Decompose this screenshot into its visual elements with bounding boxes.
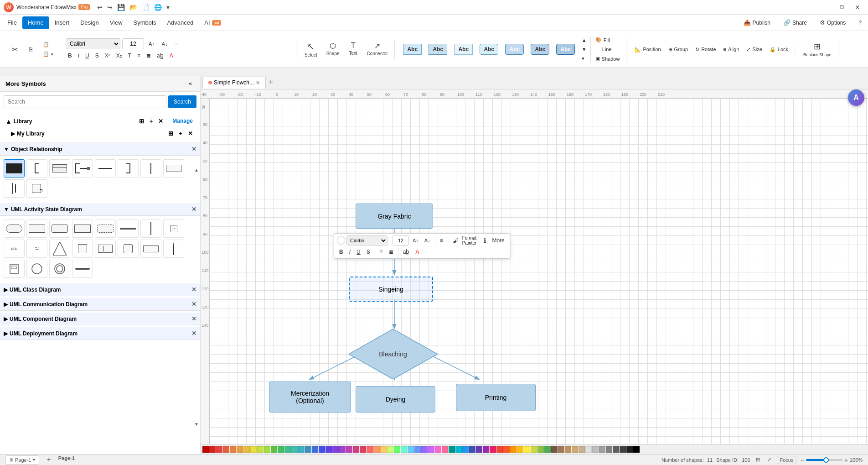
color-swatch[interactable]: [230, 446, 236, 453]
uml-component-header[interactable]: ▶ UML Component Diagram ✕: [0, 313, 200, 325]
menu-ai[interactable]: AI hot: [199, 16, 227, 29]
or-sym-7[interactable]: [140, 159, 161, 178]
color-swatch[interactable]: [428, 446, 434, 453]
float-font-color[interactable]: A: [413, 247, 421, 256]
options-button[interactable]: ⚙ Options: [815, 17, 850, 28]
color-swatch[interactable]: [442, 446, 448, 453]
or-sym-9[interactable]: [4, 179, 25, 198]
style-shape-7[interactable]: Abc: [554, 41, 577, 57]
add-tab-button[interactable]: +: [267, 78, 275, 87]
panel-collapse-button[interactable]: «: [186, 79, 195, 88]
uml-5[interactable]: [95, 219, 116, 238]
color-swatch[interactable]: [367, 446, 373, 453]
shape-button[interactable]: ⬡ Shape: [324, 40, 342, 58]
menu-view[interactable]: View: [104, 16, 128, 29]
color-swatch[interactable]: [332, 446, 339, 453]
my-lib-close-btn[interactable]: ✕: [186, 129, 195, 138]
line-button[interactable]: — Line: [593, 45, 623, 53]
my-lib-grid-btn[interactable]: ⊞: [166, 129, 175, 138]
node-dyeing[interactable]: Dyeing: [356, 386, 435, 413]
style-shape-5[interactable]: Abc: [503, 41, 526, 57]
color-swatch[interactable]: [421, 446, 428, 453]
color-swatch[interactable]: [592, 446, 599, 453]
align-button[interactable]: ≡: [172, 40, 181, 48]
library-grid-btn[interactable]: ⊞: [137, 117, 146, 125]
help-button[interactable]: ?: [854, 18, 866, 28]
uml-17[interactable]: [4, 260, 25, 278]
style-shape-1[interactable]: Abc: [401, 41, 424, 57]
redo-button[interactable]: ↪: [105, 3, 114, 12]
color-swatch[interactable]: [503, 446, 510, 453]
text-button[interactable]: T Text: [346, 40, 361, 57]
color-swatch[interactable]: [613, 446, 619, 453]
color-swatch[interactable]: [449, 446, 455, 453]
styles-more-down[interactable]: ▼: [579, 45, 589, 53]
node-mercerization[interactable]: Mercerization (Optional): [269, 381, 351, 413]
node-gray-fabric[interactable]: Gray Fabric: [356, 204, 433, 229]
float-info[interactable]: ℹ: [481, 235, 488, 246]
zoom-slider[interactable]: [806, 459, 842, 461]
or-sym-1[interactable]: [4, 159, 25, 178]
uml-communication-close[interactable]: ✕: [191, 301, 196, 308]
uml-activity-header[interactable]: ▼ UML Activity State Diagram ✕: [0, 203, 200, 216]
connector-button[interactable]: ↗ Connector: [364, 40, 391, 58]
color-swatch[interactable]: [408, 446, 414, 453]
focus-button[interactable]: Focus: [777, 456, 797, 464]
library-close-btn[interactable]: ✕: [156, 117, 165, 125]
color-swatch[interactable]: [216, 446, 222, 453]
color-swatch[interactable]: [626, 446, 633, 453]
uml-10[interactable]: ≈: [26, 240, 47, 258]
lock-button[interactable]: 🔒 Lock: [767, 45, 791, 54]
or-sym-10[interactable]: [26, 179, 47, 198]
minimize-button[interactable]: —: [820, 2, 833, 13]
float-bold[interactable]: B: [337, 247, 346, 256]
uml-component-close[interactable]: ✕: [191, 315, 196, 322]
fill-button[interactable]: 🎨 Fill: [593, 36, 623, 44]
menu-symbols[interactable]: Symbols: [128, 16, 162, 29]
highlight-button[interactable]: ab̲: [155, 51, 166, 60]
more-title-button[interactable]: ▾: [165, 3, 171, 12]
color-swatch[interactable]: [476, 446, 482, 453]
color-swatch[interactable]: [346, 446, 352, 453]
uml-19[interactable]: [49, 260, 70, 278]
uml-16[interactable]: [163, 240, 184, 258]
position-button[interactable]: 📐 Position: [632, 45, 663, 54]
color-swatch[interactable]: [353, 446, 359, 453]
float-size-input[interactable]: [393, 235, 409, 246]
italic-button[interactable]: I: [76, 51, 82, 60]
maximize-button[interactable]: ⧉: [835, 2, 849, 13]
color-swatch[interactable]: [517, 446, 523, 453]
page-tab[interactable]: ⊞ Page-1 ▾: [5, 455, 39, 465]
or-sym-4[interactable]: [72, 159, 93, 178]
uml-11[interactable]: [49, 240, 70, 258]
float-font-select[interactable]: Calibri: [346, 235, 388, 246]
font-name-select[interactable]: Calibri: [66, 38, 120, 49]
or-sym-6[interactable]: [118, 159, 139, 178]
uml-class-close[interactable]: ✕: [191, 286, 196, 293]
uml-class-header[interactable]: ▶ UML Class Diagram ✕: [0, 283, 200, 296]
color-swatch[interactable]: [278, 446, 284, 453]
color-swatch[interactable]: [291, 446, 298, 453]
paste-button[interactable]: 📋: [40, 40, 56, 49]
color-swatch[interactable]: [401, 446, 407, 453]
style-shape-4[interactable]: Abc: [478, 41, 501, 57]
select-button[interactable]: ↖ Select: [302, 40, 320, 59]
color-swatch[interactable]: [339, 446, 346, 453]
library-add-btn[interactable]: +: [148, 117, 155, 125]
uml-9[interactable]: ≋≋: [4, 240, 25, 258]
my-library-header[interactable]: ▶ My Library ⊞ + ✕: [5, 127, 195, 140]
open-button[interactable]: 📂: [128, 3, 139, 12]
float-font-larger[interactable]: A↑: [410, 236, 421, 245]
color-swatch[interactable]: [360, 446, 366, 453]
color-swatch[interactable]: [319, 446, 325, 453]
color-swatch[interactable]: [599, 446, 605, 453]
subscript-button[interactable]: X₂: [114, 51, 124, 60]
uml-4[interactable]: [72, 219, 93, 238]
layers-button[interactable]: ⊞: [754, 457, 762, 463]
color-swatch[interactable]: [524, 446, 530, 453]
underline-button[interactable]: U: [83, 51, 92, 60]
color-swatch[interactable]: [243, 446, 250, 453]
panel-scroll-down[interactable]: ▼: [194, 421, 199, 427]
color-swatch[interactable]: [271, 446, 277, 453]
uml-13[interactable]: [95, 240, 116, 258]
